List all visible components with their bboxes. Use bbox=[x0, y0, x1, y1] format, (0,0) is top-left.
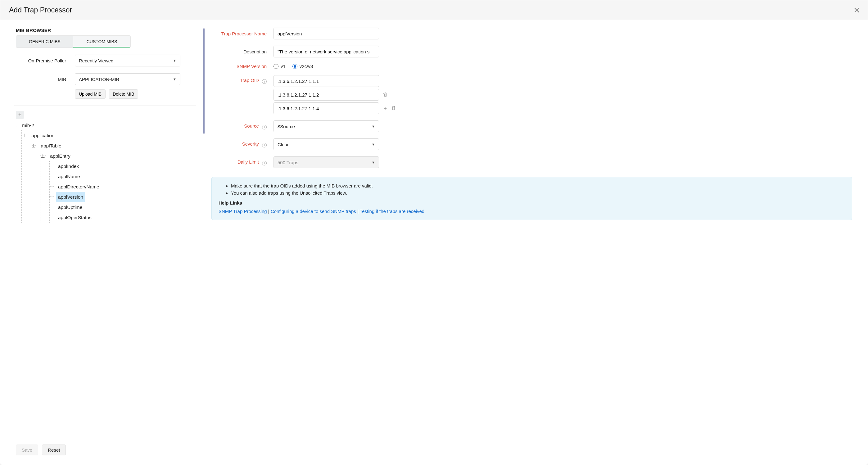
plus-icon[interactable]: ＋ bbox=[383, 105, 388, 112]
radio-v1-label: v1 bbox=[281, 64, 286, 69]
tree-leaf[interactable]: applOperStatus bbox=[56, 212, 93, 223]
help-callout: Make sure that the trap OIDs added using… bbox=[211, 177, 852, 220]
radio-v2c-v3-label: v2c/v3 bbox=[300, 64, 313, 69]
tree-leaf[interactable]: applName bbox=[56, 172, 82, 182]
form-panel: Trap Processor Name Description SNMP Ver… bbox=[211, 28, 852, 438]
mib-tabs: GENERIC MIBS CUSTOM MIBS bbox=[16, 35, 131, 48]
dialog-titlebar: Add Trap Processor ✕ bbox=[0, 0, 868, 20]
trap-oid-input[interactable] bbox=[274, 89, 379, 100]
description-label: Description bbox=[211, 49, 274, 54]
tree-expander-icon[interactable]: ⊥ bbox=[41, 151, 45, 161]
mib-select[interactable]: APPLICATION-MIB ▼ bbox=[75, 73, 180, 85]
info-icon[interactable]: i bbox=[262, 79, 267, 84]
mib-label: MIB bbox=[16, 77, 75, 82]
chevron-down-icon: ▼ bbox=[173, 77, 176, 81]
tree-leaf[interactable]: applDirectoryName bbox=[56, 182, 101, 192]
daily-limit-select[interactable]: 500 Traps ▼ bbox=[274, 156, 379, 168]
radio-dot-icon bbox=[292, 64, 298, 69]
add-trap-processor-dialog: Add Trap Processor ✕ MIB BROWSER GENERIC… bbox=[0, 0, 868, 465]
help-link[interactable]: SNMP Trap Processing bbox=[219, 209, 267, 214]
radio-dot-icon bbox=[274, 64, 278, 69]
trap-name-label: Trap Processor Name bbox=[211, 31, 274, 36]
trap-oid-label: Trap OID i bbox=[211, 75, 274, 84]
description-input[interactable] bbox=[274, 45, 379, 57]
trap-oid-list: 🗑 ＋ 🗑 bbox=[274, 75, 397, 114]
help-link[interactable]: Configuring a device to send SNMP traps bbox=[271, 209, 356, 214]
tree-leaf-selected[interactable]: applVersion bbox=[56, 192, 85, 202]
info-icon[interactable]: i bbox=[262, 125, 267, 129]
trap-name-input[interactable] bbox=[274, 28, 379, 39]
chevron-down-icon: ▼ bbox=[173, 59, 176, 62]
tree-node-applEntry[interactable]: applEntry bbox=[48, 151, 72, 161]
radio-v2c-v3[interactable]: v2c/v3 bbox=[292, 64, 313, 69]
chevron-down-icon: ▼ bbox=[372, 143, 375, 146]
tree-leaf[interactable]: applUptime bbox=[56, 202, 84, 212]
dialog-footer: Save Reset bbox=[0, 438, 868, 465]
radio-v1[interactable]: v1 bbox=[274, 64, 286, 69]
trap-oid-input[interactable] bbox=[274, 102, 379, 114]
poller-value: Recently Viewed bbox=[79, 58, 113, 63]
callout-bullet: Make sure that the trap OIDs added using… bbox=[231, 182, 845, 189]
info-icon[interactable]: i bbox=[262, 143, 267, 148]
mib-value: APPLICATION-MIB bbox=[79, 77, 119, 82]
tree-node-mib-2[interactable]: mib-2 bbox=[20, 120, 36, 130]
snmp-version-radio-group: v1 v2c/v3 bbox=[274, 64, 313, 69]
chevron-down-icon: ▼ bbox=[372, 124, 375, 128]
poller-select[interactable]: Recently Viewed ▼ bbox=[75, 55, 180, 66]
severity-select[interactable]: Clear ▼ bbox=[274, 138, 379, 150]
tab-custom-mibs[interactable]: CUSTOM MIBS bbox=[73, 36, 130, 48]
tree-node-application[interactable]: application bbox=[30, 130, 56, 141]
source-value: $Source bbox=[278, 124, 295, 129]
callout-bullet: You can also add traps using the Unsolic… bbox=[231, 189, 845, 196]
tree-expander-icon[interactable]: ⊥ bbox=[31, 141, 36, 151]
tab-generic-mibs[interactable]: GENERIC MIBS bbox=[16, 36, 73, 48]
dialog-title: Add Trap Processor bbox=[9, 6, 72, 14]
tree-expander-icon[interactable]: ⊥ bbox=[22, 131, 26, 140]
expand-all-button[interactable]: + bbox=[16, 111, 24, 119]
upload-mib-button[interactable]: Upload MIB bbox=[75, 89, 105, 99]
info-icon[interactable]: i bbox=[262, 161, 267, 165]
mib-tree: ⊥ mib-2 ⊥ application ⊥ applTable bbox=[16, 120, 196, 223]
daily-limit-value: 500 Traps bbox=[278, 160, 298, 165]
mib-browser-heading: MIB BROWSER bbox=[16, 28, 196, 33]
trash-icon[interactable]: 🗑 bbox=[392, 105, 397, 112]
trap-oid-input[interactable] bbox=[274, 75, 379, 87]
mib-browser-panel: MIB BROWSER GENERIC MIBS CUSTOM MIBS On-… bbox=[16, 28, 202, 438]
delete-mib-button[interactable]: Delete MIB bbox=[108, 89, 138, 99]
panel-divider bbox=[203, 28, 205, 134]
source-select[interactable]: $Source ▼ bbox=[274, 120, 379, 132]
daily-limit-label: Daily Limit i bbox=[211, 159, 274, 165]
help-links-row: SNMP Trap Processing | Configuring a dev… bbox=[219, 208, 845, 215]
poller-label: On-Premise Poller bbox=[16, 58, 75, 63]
chevron-down-icon: ▼ bbox=[372, 160, 375, 164]
save-button[interactable]: Save bbox=[16, 444, 38, 455]
close-icon[interactable]: ✕ bbox=[854, 6, 860, 14]
reset-button[interactable]: Reset bbox=[42, 444, 66, 455]
divider bbox=[14, 105, 196, 106]
severity-label: Severity i bbox=[211, 141, 274, 148]
source-label: Source i bbox=[211, 123, 274, 129]
trash-icon[interactable]: 🗑 bbox=[383, 92, 388, 97]
tree-expander-icon[interactable]: ⊥ bbox=[16, 120, 17, 130]
tree-node-applTable[interactable]: applTable bbox=[39, 141, 63, 151]
tree-leaf[interactable]: applIndex bbox=[56, 161, 81, 172]
help-links-heading: Help Links bbox=[219, 199, 845, 207]
help-link[interactable]: Testing if the traps are received bbox=[360, 209, 424, 214]
severity-value: Clear bbox=[278, 142, 289, 147]
snmp-version-label: SNMP Version bbox=[211, 64, 274, 69]
